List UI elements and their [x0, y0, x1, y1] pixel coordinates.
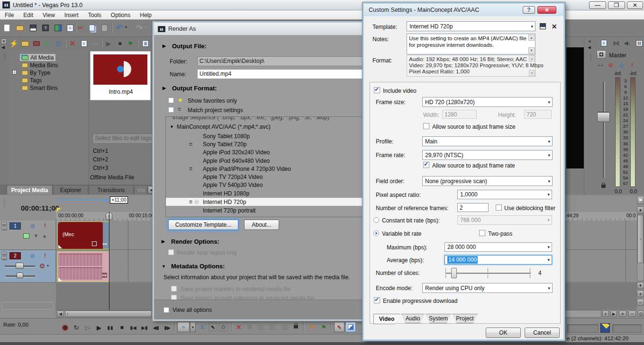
volume-fader-handle[interactable]	[597, 112, 610, 122]
insert-fx-button[interactable]: ⊶	[596, 62, 605, 69]
media-properties-button[interactable]: ≡	[79, 38, 89, 49]
menu-item[interactable]: Options	[106, 10, 135, 20]
tree-item-by-type[interactable]: By Type	[20, 69, 52, 76]
slider-handle[interactable]	[451, 268, 457, 278]
output-format-header[interactable]: ▶Output Format:	[172, 85, 217, 92]
menu-item[interactable]: Tools	[83, 10, 106, 20]
pan-crop-icon[interactable]	[92, 241, 97, 246]
metadata-options-header[interactable]: ▼Metadata Options:	[171, 263, 225, 270]
compositing-mode-button[interactable]	[22, 232, 30, 239]
menu-item[interactable]: File	[0, 10, 18, 20]
project-video-icon[interactable]	[600, 323, 610, 333]
panel-pin-icon[interactable]: ◀	[588, 45, 591, 50]
template-row[interactable]: ☆Apple TV 540p30 Video	[185, 181, 365, 189]
track-restore-button[interactable]: ▭	[1, 257, 7, 260]
encode-mode-combo[interactable]: Render using CPU only▾	[422, 283, 553, 293]
cbr-radio[interactable]	[373, 217, 379, 223]
list-partial-row-bottom[interactable]: ☆Internet 720p portrait	[185, 206, 255, 214]
volume-fader-track[interactable]	[603, 81, 604, 178]
meter-lock-icon[interactable]	[601, 185, 606, 188]
redo-dropdown[interactable]: ▾	[145, 25, 147, 29]
cancel-button[interactable]: Cancel	[525, 327, 560, 338]
group-tool-disabled[interactable]: ▯▯	[281, 323, 289, 331]
event-tool-button[interactable]: ⬉	[334, 322, 345, 332]
v-zoom-out-button[interactable]: −	[637, 299, 644, 306]
template-row[interactable]: =☆Apple iPad/iPhone 4 720p30 Video	[185, 165, 365, 173]
save-button[interactable]	[27, 22, 39, 34]
vu-meter-right[interactable]	[630, 77, 635, 187]
make-composite-parent-button[interactable]: ▲	[41, 232, 48, 239]
open-button[interactable]	[14, 22, 26, 34]
progressive-download-checkbox[interactable]	[374, 297, 380, 303]
format-template-list[interactable]: Image Sequence (*.bmp, *.dpx, *.exr, *.j…	[165, 116, 365, 217]
tab-explorer[interactable]: Explorer	[53, 185, 88, 195]
profile-combo[interactable]: Main▾	[422, 136, 553, 146]
cbr-combo[interactable]: 768 000▾	[457, 215, 552, 225]
normal-edit-tool[interactable]: ⧖	[198, 323, 207, 331]
go-to-end-button[interactable]: ▶▮	[140, 323, 149, 332]
tab-project[interactable]: Project	[452, 314, 478, 323]
panel-pin-icon[interactable]: ◀	[1, 45, 5, 50]
h-scroll-left-button[interactable]: ◀	[57, 310, 64, 317]
master-collapse-button[interactable]	[597, 50, 606, 59]
menu-item[interactable]: View	[38, 10, 60, 20]
template-row-selected[interactable]: =☆Internet HD 720p	[166, 198, 364, 206]
capture-video-button[interactable]	[31, 38, 42, 49]
v-scroll-up-button[interactable]: ▲	[637, 206, 644, 213]
redo-button[interactable]: ↷	[134, 22, 145, 34]
new-project-button[interactable]	[1, 22, 12, 34]
track-solo-button[interactable]: !	[42, 222, 48, 230]
event-fx-icon[interactable]: ⊶	[102, 241, 107, 247]
media-search-button[interactable]: ⊙	[53, 38, 63, 49]
paste-button[interactable]	[99, 22, 110, 34]
field-order-combo[interactable]: None (progressive scan)▾	[422, 176, 553, 186]
play-from-start-button[interactable]: ▷	[83, 323, 92, 332]
template-row[interactable]: ☆Apple TV 720p24 Video	[185, 173, 365, 181]
envelope-tool-button[interactable]: ≈	[177, 322, 190, 332]
dialog-close-button[interactable]: ✕	[537, 6, 556, 14]
scroll-up-icon[interactable]: ▲	[529, 55, 535, 62]
track-2-header[interactable]: ▭ ▭ 2 ⊘ ! ⚙ ▾	[0, 250, 56, 283]
track-1-header[interactable]: ▭ ▭ 1 ⊘ ! ▼ ▲	[0, 221, 56, 250]
auto-preview-button[interactable]: ⚡	[9, 38, 19, 49]
delete-tool-button[interactable]: ✕	[235, 323, 243, 331]
track-fx-dropdown[interactable]: ▾	[47, 264, 49, 268]
ref-frames-field[interactable]: 2	[457, 203, 489, 212]
insert-region-button[interactable]: ⚑	[319, 323, 328, 331]
render-as-button[interactable]	[52, 22, 63, 34]
tab-transitions[interactable]: Transitions	[89, 185, 134, 195]
pause-button[interactable]: ▮▮	[106, 323, 115, 332]
trim-tool-disabled[interactable]: ⊞	[245, 323, 254, 331]
envelope-tool-dropdown[interactable]: ▾	[190, 322, 196, 332]
pan-slider-handle[interactable]	[17, 273, 23, 278]
name-field[interactable]: Untitled.mp4	[197, 69, 370, 79]
average-bps-combo[interactable]: 14 000 000▾	[444, 255, 552, 265]
media-thumbnail-card[interactable]: Intro.mp4	[90, 51, 151, 100]
output-file-header[interactable]: ▶Output File:	[172, 43, 207, 50]
allow-frame-size-checkbox[interactable]	[423, 123, 429, 129]
render-loop-checkbox[interactable]	[168, 249, 174, 255]
folder-field[interactable]: C:\Users\Empiik\Desktop\	[197, 56, 370, 66]
panel-grip[interactable]: ⋮⋮⋮	[589, 53, 591, 81]
track-minimize-button[interactable]: ▭	[1, 252, 7, 256]
allow-frame-rate-checkbox[interactable]	[423, 162, 429, 168]
hover-scrub-button[interactable]: ⚑	[125, 38, 136, 49]
project-properties-button[interactable]: ≡	[64, 22, 76, 34]
refresh-button[interactable]: ↻	[42, 38, 52, 49]
import-media-button[interactable]	[20, 38, 30, 49]
snap-tool-disabled[interactable]: ▯▯	[268, 323, 277, 331]
v-scroll-down-button[interactable]: ▼	[637, 282, 644, 289]
restore-button[interactable]: ❐	[608, 1, 625, 9]
scroll-down-icon[interactable]: ▼	[529, 70, 535, 76]
match-project-checkbox[interactable]	[168, 107, 174, 113]
tree-item-media-bins[interactable]: Media Bins	[20, 62, 60, 69]
record-button[interactable]	[61, 323, 69, 332]
loop-playback-button[interactable]: ↻	[72, 323, 81, 332]
height-field[interactable]: 720	[524, 110, 552, 119]
include-video-checkbox[interactable]	[374, 87, 380, 93]
h-zoom-in-button[interactable]: +	[619, 310, 626, 317]
downmix-button[interactable]: ⋈	[611, 38, 621, 48]
format-group-row[interactable]: ▼MainConcept AVC/AAC (*.mp4;*.avc)	[170, 123, 271, 131]
frame-size-combo[interactable]: HD 720 (1280x720)▾	[422, 97, 553, 107]
mute-button[interactable]: ⊘	[617, 62, 626, 69]
